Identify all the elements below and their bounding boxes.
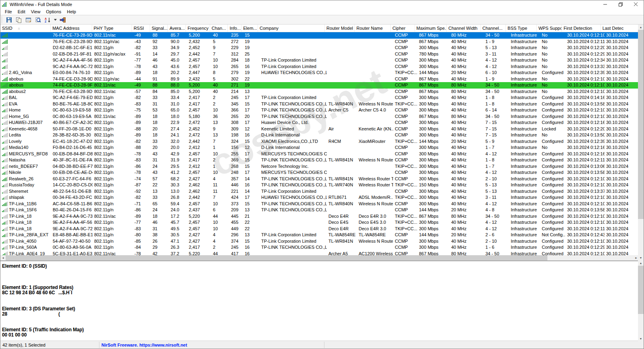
table-vertical-scrollbar[interactable]: ▲ ▼: [638, 25, 644, 260]
scroll-left-arrow-icon[interactable]: ◄: [0, 255, 6, 260]
table-row[interactable]: HUAWEI-J1BJ0740-B6-E7-CF-A2-3C802.11g/n-…: [0, 120, 639, 126]
table-row[interactable]: 02-EB-D8-21-9F-81802.11g/n/ac/ax-911429.…: [0, 51, 639, 58]
column-header-first[interactable]: First Detection: [562, 25, 601, 32]
menu-item-options[interactable]: Options: [43, 8, 64, 14]
column-header-company[interactable]: Company: [258, 25, 325, 32]
table-row[interactable]: 2.4G_VolnaE0-00-84-74-76-10802.11g/n-891…: [0, 70, 639, 76]
table-row[interactable]: TP-Link_15F6B0-4E-26-D4-15-F6802.11g/n-8…: [0, 207, 639, 213]
column-header-avg[interactable]: Avera...: [168, 25, 186, 32]
find-button[interactable]: [34, 16, 42, 24]
table-row[interactable]: Media140F0-B4-D2-16-D6-45802.11g/n-88202…: [0, 145, 639, 151]
column-header-freq[interactable]: Frequency: [186, 25, 210, 32]
table-row[interactable]: Home_5G0C-80-63-19-E9-5A802.11n/ac-89181…: [0, 114, 639, 120]
column-header-last[interactable]: Last Detec: [601, 25, 639, 32]
table-scroll-thumb[interactable]: [638, 30, 644, 219]
restore-button[interactable]: [613, 0, 628, 8]
cell-ssid: Keenetic-4658: [0, 126, 51, 132]
horizontal-scroll-thumb[interactable]: [6, 255, 547, 260]
table-row[interactable]: 76-FE-CE-73-28-9D802.11n/ac-498885.75,20…: [0, 32, 639, 39]
column-header-model[interactable]: Router Model: [325, 25, 355, 32]
minimize-button[interactable]: [598, 0, 613, 8]
column-header-name[interactable]: Router Name: [355, 25, 390, 32]
exit-button[interactable]: [59, 16, 67, 24]
sort-dropdown-button[interactable]: [53, 16, 57, 24]
table-row[interactable]: abobus74-FE-CE-D3-28-9F802.11n/ac-498888…: [0, 82, 639, 89]
close-button[interactable]: [628, 0, 644, 8]
column-header-info[interactable]: Info...: [228, 25, 242, 32]
column-header-phy[interactable]: PHY Type: [92, 25, 132, 32]
table-row[interactable]: 76-FE-CE-23-28-9D802.11g/n/ac-439290.02,…: [0, 39, 639, 45]
cell-name: [357, 132, 393, 138]
cell-wps: Configured: [540, 219, 566, 226]
column-header-mac[interactable]: MAC Address: [51, 25, 92, 32]
cell-bss: Infrastructure: [509, 188, 540, 195]
column-header-channels[interactable]: Channel...: [481, 25, 506, 32]
table-row[interactable]: Natasha40-3F-8C-91-DE-FA802.11g/n-833131…: [0, 157, 639, 163]
table-row[interactable]: Nikole00-EB-D8-CE-AE-D4802.11g/n-784341.…: [0, 169, 639, 176]
table-row[interactable]: TP-Link_189E-A2-F4-AA-9C-72802.11g/n-833…: [0, 226, 639, 232]
table-row[interactable]: TP-Link_11B6AC-84-C6-5B-11-B6802.11g/n-7…: [0, 201, 639, 207]
table-row[interactable]: Keenetic-465850-FF-20-08-1E-D0802.11g/n-…: [0, 126, 639, 132]
table-row[interactable]: LovelyEC-41-18-2C-47-D2802.11g/n-823332.…: [0, 138, 639, 145]
table-row[interactable]: shlapak00-34-FE-43-2D-FC802.11g/n-823326…: [0, 194, 639, 201]
save-button[interactable]: [5, 16, 13, 24]
table-row[interactable]: TP-Link_2BFA_EXTE8-48-B8-AE-BB-E1802.11g…: [0, 232, 639, 238]
cell-name: AC1200 Wireless...: [357, 251, 393, 256]
column-header-elem[interactable]: Elem...: [242, 25, 258, 32]
table-row[interactable]: BAL9C-A2-F4-6E-79-ED802.11g/n-823333.42,…: [0, 95, 639, 101]
cell-bss: Infrastructure: [509, 64, 540, 70]
copy-button[interactable]: [14, 16, 23, 24]
cell-channels: 1 - 6: [484, 244, 509, 251]
column-header-signal[interactable]: Signal...: [150, 25, 168, 32]
table-row[interactable]: 9C-A2-F4-AA-4F-56802.11g/n-774645.02,457…: [0, 57, 639, 64]
column-header-speed[interactable]: Maximum Spe...: [415, 25, 447, 32]
details-vertical-scrollbar[interactable]: ▲ ▼: [638, 260, 644, 341]
cell-speed: 780 Mbps: [417, 51, 450, 58]
menu-item-view[interactable]: View: [28, 8, 43, 14]
details-scroll-down-icon[interactable]: ▼: [638, 336, 644, 341]
table-row[interactable]: RussiaToday14-CC-20-BD-C5-D0802.11g/n-87…: [0, 182, 639, 188]
table-row[interactable]: EVAB0-BE-76-AE-1B-8C802.11g/n-833131.02,…: [0, 101, 639, 107]
table-row[interactable]: TP-Link_189E-A2-F4-AA-4F-56802.11g/n-774…: [0, 219, 639, 226]
table-row[interactable]: abobus74-FE-CE-D3-28-9D802.11g/n/ac-4491…: [0, 76, 639, 83]
cell-freq: 2,442: [187, 138, 211, 145]
horizontal-scrollbar[interactable]: ◄ ►: [0, 255, 639, 260]
column-header-ssid[interactable]: SSID△: [0, 25, 51, 32]
column-header-cipher[interactable]: Cipher: [391, 25, 415, 32]
column-header-chwidth[interactable]: Channel Width: [447, 25, 481, 32]
details-scroll-up-icon[interactable]: ▲: [638, 260, 644, 266]
cell-info: 214: [229, 89, 243, 95]
table-row[interactable]: Ledita28-3B-82-6D-35-30802.11g/n-891824.…: [0, 132, 639, 138]
nirsoft-link[interactable]: NirSoft Freeware. https://www.nirsoft.ne…: [101, 343, 187, 347]
table-row[interactable]: abobus276-FE-CE-63-28-9D802.11n/ac-57848…: [0, 89, 639, 95]
table-row[interactable]: D2-62-8B-1C-6F-E1802.11g/n-823334.92,452…: [0, 45, 639, 51]
column-header-rssi[interactable]: RSSI: [132, 25, 150, 32]
cell-company: [260, 51, 327, 58]
scroll-up-arrow-icon[interactable]: ▲: [638, 25, 644, 30]
cell-ssid: TP-Link_560A: [0, 244, 51, 251]
column-header-wps[interactable]: WPS Support: [537, 25, 562, 32]
properties-button[interactable]: [24, 16, 32, 24]
menu-item-file[interactable]: File: [2, 8, 15, 14]
details-scroll-thumb[interactable]: [638, 266, 644, 314]
sort-button[interactable]: AZ: [43, 16, 52, 24]
table-row[interactable]: TP-Link_560A0C-80-63-A9-56-0A802.11g/n-8…: [0, 244, 639, 251]
table-row[interactable]: TP-Link_189E-A2-F4-AA-9C-73802.11n/ac-89…: [0, 213, 639, 220]
table-row[interactable]: TP-Link_A0E4_195C-E9-31-E1-A0-E3802.11n/…: [0, 251, 639, 256]
table-row[interactable]: Sheremet48-22-54-51-D6-EB802.11g/n-92131…: [0, 188, 639, 195]
menu-item-help[interactable]: Help: [64, 8, 79, 14]
cell-first: 30.10.2024 0:12:10: [566, 176, 605, 182]
column-header-bss[interactable]: BSS Type: [506, 25, 537, 32]
menu-item-edit[interactable]: Edit: [15, 8, 28, 14]
table-row[interactable]: 9C-A2-F4-AA-9C-72802.11g/n-784343.62,457…: [0, 64, 639, 70]
column-header-chan[interactable]: Chan...: [210, 25, 228, 32]
cell-name: [357, 32, 393, 39]
table-row[interactable]: netis_BDEEF704-8D-38-BD-EE-F7802.11g/n-8…: [0, 163, 639, 170]
scroll-down-arrow-icon[interactable]: ▼: [638, 255, 644, 260]
cell-signal: 57: [151, 176, 169, 182]
table-row[interactable]: TP-Link_405054-AF-97-72-40-50802.11g/n-8…: [0, 238, 639, 245]
table-row[interactable]: Realweb_2660-E3-27-FC-64-F6802.11g/n-745…: [0, 176, 639, 182]
cell-last: 30.10.2024: [605, 201, 639, 207]
table-row[interactable]: Home0C-80-63-19-E9-58802.11g/n-755365.02…: [0, 107, 639, 114]
table-row[interactable]: MERCUSYS_BFD800-EB-D8-84-BF-D8802.11g/n-…: [0, 151, 639, 157]
